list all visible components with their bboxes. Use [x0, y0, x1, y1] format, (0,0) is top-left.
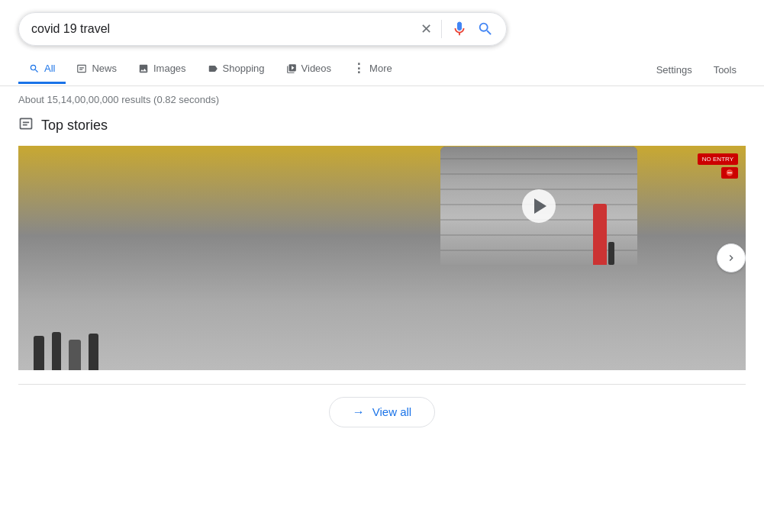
tab-videos[interactable]: Videos — [276, 55, 343, 84]
news-card-2-image: NO ENTRY ⛔ — [230, 147, 427, 265]
tab-images-label: Images — [153, 63, 186, 74]
search-bar: covid 19 travel ✕ — [18, 12, 507, 46]
shopping-tab-icon — [208, 63, 218, 74]
tab-shopping[interactable]: Shopping — [197, 55, 276, 84]
settings-button[interactable]: Settings — [647, 56, 701, 83]
play-button[interactable] — [522, 189, 556, 223]
images-tab-icon — [138, 63, 149, 74]
tab-shopping-label: Shopping — [223, 63, 265, 74]
chevron-right-icon — [725, 252, 737, 264]
top-stories-icon — [18, 116, 34, 135]
news-tab-icon — [76, 63, 87, 74]
search-icons: ✕ — [421, 20, 494, 38]
all-tab-icon — [29, 63, 40, 74]
nav-left: All News Images Shopping — [18, 53, 647, 85]
view-all-label: View all — [372, 405, 411, 418]
nav-tabs: All News Images Shopping — [0, 53, 764, 86]
tab-news[interactable]: News — [66, 55, 127, 84]
tab-more[interactable]: ⋮ More — [342, 53, 403, 85]
top-stories-title: Top stories — [41, 118, 108, 134]
view-all-arrow-icon: → — [353, 405, 365, 419]
tab-all[interactable]: All — [18, 55, 66, 84]
tab-more-label: More — [369, 63, 392, 74]
more-dots-icon: ⋮ — [353, 61, 365, 76]
top-stories-section: Top stories U.S. Citizenshipand Immigrat… — [0, 116, 764, 427]
news-card-3-image — [440, 147, 637, 265]
results-count: About 15,14,00,00,000 results (0.82 seco… — [0, 86, 764, 116]
nav-right: Settings Tools — [647, 56, 746, 83]
search-bar-container: covid 19 travel ✕ — [0, 0, 764, 46]
tab-videos-label: Videos — [301, 63, 332, 74]
next-arrow-button[interactable] — [717, 243, 746, 272]
clear-icon[interactable]: ✕ — [421, 21, 432, 37]
tools-button[interactable]: Tools — [704, 56, 746, 83]
news-cards-container: U.S. Citizenshipand ImmigrationServices … — [18, 146, 746, 370]
tab-all-label: All — [44, 63, 55, 74]
view-all-container: → View all — [18, 384, 746, 427]
search-input[interactable]: covid 19 travel — [31, 22, 421, 36]
search-button-icon[interactable] — [477, 21, 494, 37]
tab-images[interactable]: Images — [127, 55, 197, 84]
next-arrow-container — [717, 243, 746, 272]
results-count-text: About 15,14,00,00,000 results (0.82 seco… — [18, 94, 219, 105]
news-card-2: NO ENTRY ⛔ INDIA TODAY Covid-19: UK puts… — [229, 146, 427, 370]
newspaper-icon — [18, 116, 34, 131]
view-all-button[interactable]: → View all — [329, 397, 435, 427]
top-stories-header: Top stories — [18, 116, 746, 135]
mic-icon[interactable] — [451, 21, 468, 37]
tab-news-label: News — [92, 63, 117, 74]
videos-tab-icon — [286, 63, 297, 74]
search-divider — [441, 20, 442, 38]
